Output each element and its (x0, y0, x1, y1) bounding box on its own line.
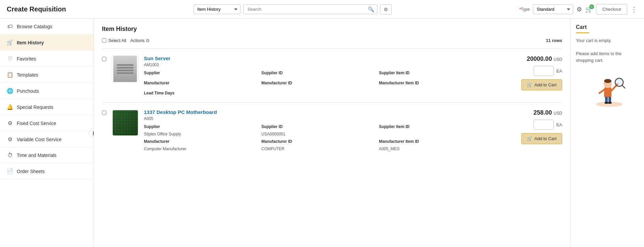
cart-panel: Cart Your cart is empty. Please add item… (570, 19, 644, 247)
product-price-1: 20000.00 USD (527, 55, 562, 63)
product-right-1: 20000.00 USD EA 🛒 Add to Cart (495, 55, 562, 90)
sidebar-item-fixed-cost-service[interactable]: ⚙ Fixed Cost Service (0, 115, 94, 131)
qty-unit-row-2: EA (534, 120, 562, 130)
supplier-item-id-label: Supplier Item ID (379, 71, 490, 75)
cart-icon: 🛒 (527, 82, 532, 87)
header-center: Item History Browse Catalogs Favorites 🔍… (159, 4, 427, 14)
svg-point-6 (616, 79, 622, 85)
sidebar-item-browse-catalogs[interactable]: 🏷 Browse Catalogs (0, 19, 94, 35)
supplier-item-id-label-2: Supplier Item ID (379, 124, 490, 129)
fixed-cost-service-icon: ⚙ (7, 120, 13, 126)
actions-button[interactable]: Actions ⊙ (130, 38, 150, 43)
lead-time-label: Lead Time Days (144, 91, 255, 95)
sidebar-item-favorites[interactable]: ♡ Favorites (0, 51, 94, 67)
sidebar-item-label: Browse Catalogs (17, 24, 52, 29)
supplier-item-id-value-2 (379, 132, 490, 136)
browse-catalogs-icon: 🏷 (7, 24, 13, 30)
sidebar-item-variable-cost-service[interactable]: ⚙ Variable Cost Service (0, 131, 94, 148)
server-stripe (117, 67, 133, 69)
manufacturer-id-label: Manufacturer ID (261, 81, 372, 85)
sidebar-item-templates[interactable]: 📋 Templates (0, 67, 94, 83)
filter-button[interactable]: ⚙ (380, 4, 392, 14)
manufacturer-id-label-2: Manufacturer ID (261, 139, 372, 144)
select-all-label[interactable]: Select All (102, 38, 126, 43)
search-icon-button[interactable]: 🔍 (368, 6, 374, 12)
cart-underline (576, 32, 589, 33)
quantity-input-2[interactable] (534, 120, 554, 130)
product-details-2: 1337 Desktop PC Motherboard A005 Supplie… (144, 109, 490, 151)
sidebar-item-order-sheets[interactable]: 📄 Order Sheets (0, 163, 94, 179)
sidebar-item-label: Special Requests (17, 105, 53, 110)
supplier-id-value-2: USA0000051 (261, 132, 372, 136)
svg-point-3 (604, 79, 611, 83)
search-input[interactable] (246, 5, 368, 14)
sidebar-item-label: Templates (17, 72, 38, 78)
item-history-icon: 🛒 (7, 39, 13, 46)
supplier-id-label-2: Supplier ID (261, 124, 372, 129)
product-checkbox-2[interactable] (102, 111, 106, 115)
sidebar-item-label: Time and Materials (17, 153, 57, 158)
sidebar-item-time-and-materials[interactable]: ⏱ Time and Materials (0, 148, 94, 163)
variable-cost-service-icon: ⚙ (7, 136, 13, 142)
more-options-button[interactable]: ⋮ (631, 5, 637, 13)
unit-label-2: EA (556, 122, 562, 127)
product-price-2: 258.00 USD (534, 109, 562, 116)
supplier-label-2: Supplier (144, 124, 255, 129)
content-title: Item History (102, 26, 562, 33)
sidebar-item-item-history[interactable]: 🛒 Item History (0, 35, 94, 51)
circuit-pattern (113, 110, 138, 135)
product-checkbox-1[interactable] (102, 57, 106, 61)
svg-point-11 (608, 102, 612, 104)
cart-illustration (576, 69, 639, 109)
svg-rect-1 (604, 87, 611, 97)
product-meta-1: Supplier Supplier ID Supplier Item ID Ma… (144, 71, 490, 95)
punchouts-icon: 🌐 (7, 88, 13, 94)
sidebar-item-punchouts[interactable]: 🌐 Punchouts (0, 83, 94, 99)
settings-button[interactable]: ⚙ (577, 6, 582, 13)
product-right-2: 258.00 USD EA 🛒 Add to Cart (495, 109, 562, 144)
type-dropdown[interactable]: Standard Blanket Emergency (533, 4, 573, 14)
manufacturer-label-2: Manufacturer (144, 139, 255, 144)
add-to-cart-button-2[interactable]: 🛒 Add to Cart (521, 133, 562, 144)
manufacturer-label: Manufacturer (144, 81, 255, 85)
checkout-button[interactable]: Checkout (596, 4, 627, 14)
sidebar-item-special-requests[interactable]: 🔔 Special Requests (0, 99, 94, 115)
manufacturer-id-value-2: COMPUTER (261, 147, 372, 151)
header-actions: *Type Standard Blanket Emergency ⚙ 🛒 0 C… (519, 4, 637, 14)
toolbar: Select All Actions ⊙ 11 rows (102, 38, 562, 43)
supplier-value-2: Stiples Office Supply (144, 132, 255, 136)
qty-unit-row-1: EA (534, 66, 562, 76)
quantity-input-1[interactable] (534, 66, 554, 76)
page-title: Create Requisition (7, 5, 66, 13)
time-and-materials-icon: ⏱ (7, 152, 13, 158)
select-all-checkbox[interactable] (102, 38, 106, 43)
server-image (113, 55, 137, 82)
server-stripe (117, 72, 133, 74)
manufacturer-item-id-label: Manufacturer Item ID (379, 81, 490, 85)
cart-badge: 0 (589, 4, 594, 9)
product-item: Sun Server AM1003 Supplier Supplier ID S… (102, 48, 562, 102)
type-label: *Type (519, 7, 530, 12)
cart-title: Cart (576, 24, 639, 30)
server-stripe (117, 70, 133, 71)
rows-count: 11 rows (546, 38, 562, 43)
product-name-1[interactable]: Sun Server (144, 55, 490, 61)
product-image-1 (112, 55, 139, 82)
product-details-1: Sun Server AM1003 Supplier Supplier ID S… (144, 55, 490, 95)
sidebar-item-label: Order Sheets (17, 169, 45, 174)
sidebar-item-label: Item History (17, 40, 44, 45)
add-to-cart-button-1[interactable]: 🛒 Add to Cart (521, 79, 562, 90)
search-wrapper: 🔍 (243, 4, 377, 14)
product-item-2: 1337 Desktop PC Motherboard A005 Supplie… (102, 102, 562, 158)
svg-line-7 (622, 85, 625, 88)
motherboard-image (113, 110, 138, 135)
product-id-2: A005 (144, 116, 490, 121)
templates-icon: 📋 (7, 72, 13, 78)
cart-button[interactable]: 🛒 0 (585, 6, 593, 13)
cart-empty-text: Your cart is empty. Please add items to … (576, 37, 639, 64)
actions-icon: ⊙ (146, 38, 150, 43)
sidebar-item-label: Fixed Cost Service (17, 121, 56, 126)
header: Create Requisition Item History Browse C… (0, 0, 644, 19)
search-category-dropdown[interactable]: Item History Browse Catalogs Favorites (194, 4, 240, 14)
product-name-2[interactable]: 1337 Desktop PC Motherboard (144, 109, 490, 115)
